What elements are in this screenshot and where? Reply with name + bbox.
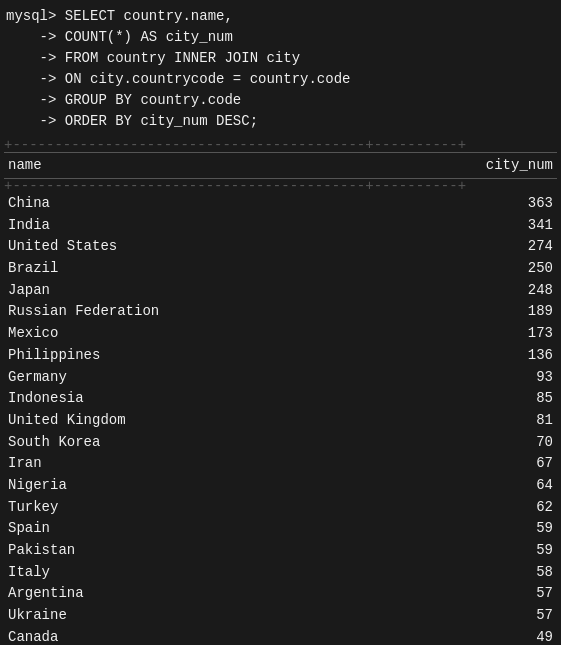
query-block: mysql> SELECT country.name, -> COUNT(*) … [4,6,557,132]
row-country-name: Philippines [4,345,384,367]
table-row: Brazil250 [4,258,557,280]
row-city-num: 173 [384,323,557,345]
query-line-5: -> GROUP BY country.code [6,90,555,111]
row-country-name: Nigeria [4,475,384,497]
table-row: Spain59 [4,518,557,540]
table-row: Russian Federation189 [4,301,557,323]
row-city-num: 274 [384,236,557,258]
table-divider-after-header: +---------------------------------------… [4,179,557,193]
query-line-2: -> COUNT(*) AS city_num [6,27,555,48]
row-country-name: Brazil [4,258,384,280]
table-row: Iran67 [4,453,557,475]
row-country-name: India [4,215,384,237]
header-city-col: city_num [384,155,557,176]
table-row: Pakistan59 [4,540,557,562]
row-country-name: Germany [4,367,384,389]
row-city-num: 93 [384,367,557,389]
row-country-name: Mexico [4,323,384,345]
row-city-num: 57 [384,583,557,605]
row-country-name: Russian Federation [4,301,384,323]
results-table: +---------------------------------------… [4,138,557,645]
row-country-name: China [4,193,384,215]
table-row: India341 [4,215,557,237]
table-row: United Kingdom81 [4,410,557,432]
row-city-num: 59 [384,540,557,562]
table-row: Germany93 [4,367,557,389]
row-country-name: South Korea [4,432,384,454]
row-country-name: Ukraine [4,605,384,627]
row-country-name: Pakistan [4,540,384,562]
table-row: Canada49 [4,627,557,645]
table-row: Nigeria64 [4,475,557,497]
table-row: Italy58 [4,562,557,584]
table-row: Ukraine57 [4,605,557,627]
table-row: Mexico173 [4,323,557,345]
table-row: Philippines136 [4,345,557,367]
row-country-name: Spain [4,518,384,540]
table-row: China363 [4,193,557,215]
row-city-num: 189 [384,301,557,323]
row-city-num: 64 [384,475,557,497]
row-country-name: Argentina [4,583,384,605]
row-country-name: United States [4,236,384,258]
header-name-col: name [4,155,384,176]
query-line-4: -> ON city.countrycode = country.code [6,69,555,90]
row-country-name: Italy [4,562,384,584]
row-country-name: Indonesia [4,388,384,410]
row-city-num: 62 [384,497,557,519]
terminal-window: mysql> SELECT country.name, -> COUNT(*) … [0,0,561,645]
table-row: Indonesia85 [4,388,557,410]
query-line-1: mysql> SELECT country.name, [6,6,555,27]
row-city-num: 67 [384,453,557,475]
table-header: name city_num [4,152,557,179]
row-city-num: 136 [384,345,557,367]
table-row: South Korea70 [4,432,557,454]
row-country-name: Turkey [4,497,384,519]
row-city-num: 363 [384,193,557,215]
row-city-num: 58 [384,562,557,584]
table-row: United States274 [4,236,557,258]
query-line-3: -> FROM country INNER JOIN city [6,48,555,69]
row-city-num: 341 [384,215,557,237]
row-city-num: 250 [384,258,557,280]
table-rows-container: China363India341United States274Brazil25… [4,193,557,645]
row-city-num: 85 [384,388,557,410]
row-country-name: Japan [4,280,384,302]
row-city-num: 70 [384,432,557,454]
table-row: Argentina57 [4,583,557,605]
row-country-name: Iran [4,453,384,475]
row-city-num: 248 [384,280,557,302]
row-city-num: 49 [384,627,557,645]
row-city-num: 81 [384,410,557,432]
row-country-name: United Kingdom [4,410,384,432]
row-country-name: Canada [4,627,384,645]
row-city-num: 57 [384,605,557,627]
row-city-num: 59 [384,518,557,540]
table-row: Turkey62 [4,497,557,519]
query-line-6: -> ORDER BY city_num DESC; [6,111,555,132]
table-border-top: +---------------------------------------… [4,138,557,152]
table-row: Japan248 [4,280,557,302]
